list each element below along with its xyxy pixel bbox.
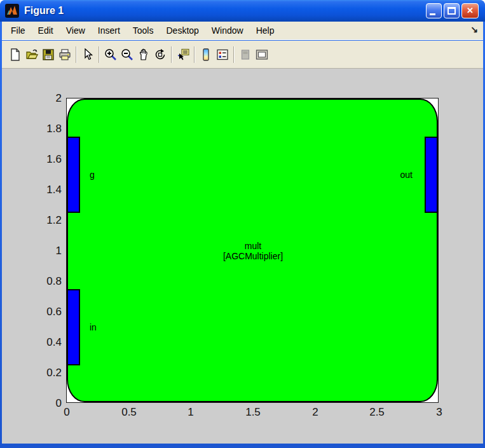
port-out-label: out — [374, 167, 413, 182]
x-tick-label: 0 — [49, 407, 85, 418]
close-button[interactable]: ✕ — [461, 3, 479, 18]
save-button[interactable] — [40, 46, 57, 64]
y-tick-label: 1.4 — [36, 184, 62, 196]
print-icon — [58, 48, 71, 61]
x-tick-label: 3 — [421, 407, 457, 418]
menu-tools[interactable]: Tools — [126, 23, 160, 38]
port-in-label: in — [90, 320, 97, 335]
window-title: Figure 1 — [24, 4, 64, 18]
menu-view[interactable]: View — [60, 23, 92, 38]
menu-desktop[interactable]: Desktop — [160, 23, 205, 38]
minimize-button[interactable] — [426, 3, 442, 18]
y-tick-label: 1.6 — [36, 154, 62, 165]
toolbar-separator — [233, 46, 235, 63]
zoom-out-icon — [121, 48, 133, 61]
menu-edit[interactable]: Edit — [32, 23, 60, 38]
data-cursor-button[interactable] — [175, 46, 191, 64]
menu-window[interactable]: Window — [205, 23, 250, 38]
maximize-icon — [447, 7, 456, 15]
menu-file[interactable]: File — [4, 23, 32, 38]
insert-colorbar-button[interactable] — [198, 46, 214, 64]
save-icon — [42, 48, 55, 61]
close-icon: ✕ — [467, 6, 474, 15]
rotate-3d-icon — [154, 48, 167, 61]
y-tick-label: 0.2 — [36, 367, 62, 379]
y-tick-label: 0.6 — [36, 306, 62, 318]
title-bar[interactable]: Figure 1 ✕ — [0, 0, 485, 22]
toolbar-separator — [99, 46, 100, 63]
y-tick-label: 1.2 — [36, 215, 62, 226]
menu-overflow-arrow-icon[interactable]: ↘ — [470, 24, 478, 34]
open-folder-icon — [25, 48, 38, 61]
y-tick-label: 0.4 — [36, 337, 62, 348]
toolbar — [2, 41, 483, 69]
minimize-icon — [430, 13, 435, 15]
figure-canvas: g in out mult [AGCMultiplier] 2 1.8 1.6 … — [2, 69, 483, 444]
x-tick-label: 1 — [173, 407, 208, 418]
data-cursor-icon — [177, 48, 189, 61]
new-document-icon — [9, 48, 22, 61]
port-out — [425, 137, 438, 213]
y-tick-label: 1 — [36, 245, 62, 257]
zoom-in-button[interactable] — [102, 46, 119, 64]
block-label-line1: mult — [189, 241, 317, 251]
pan-hand-icon — [137, 48, 150, 61]
block-label: mult [AGCMultiplier] — [189, 241, 317, 261]
legend-icon — [216, 48, 229, 61]
matlab-logo-icon — [5, 4, 19, 18]
y-tick-label: 2 — [36, 93, 62, 104]
figure-window: Figure 1 ✕ File Edit View Insert Tools D… — [0, 0, 485, 448]
show-plot-tools-dock-button[interactable] — [254, 46, 270, 64]
hide-plot-tools-icon — [239, 48, 252, 61]
hide-plot-tools-button — [237, 46, 254, 64]
x-tick-label: 2.5 — [359, 407, 395, 418]
x-tick-label: 0.5 — [111, 407, 147, 418]
x-tick-label: 1.5 — [235, 407, 271, 418]
edit-plot-button[interactable] — [79, 46, 96, 64]
toolbar-separator — [76, 46, 77, 63]
maximize-button[interactable] — [444, 3, 460, 18]
toolbar-separator — [171, 46, 172, 63]
menu-bar: File Edit View Insert Tools Desktop Wind… — [2, 22, 483, 40]
x-tick-label: 2 — [297, 407, 333, 418]
pointer-icon — [81, 48, 94, 61]
plot-axes: g in out mult [AGCMultiplier] 2 1.8 1.6 … — [66, 98, 439, 403]
port-g-label: g — [90, 167, 95, 182]
block-label-line2: [AGCMultiplier] — [189, 251, 317, 261]
port-in — [67, 289, 80, 365]
open-file-button[interactable] — [24, 46, 40, 64]
zoom-in-icon — [104, 48, 117, 61]
toolbar-separator — [194, 46, 195, 63]
port-g — [67, 137, 80, 213]
pan-button[interactable] — [135, 46, 152, 64]
new-figure-button[interactable] — [7, 46, 24, 64]
colorbar-icon — [200, 48, 212, 61]
y-tick-label: 0.8 — [36, 276, 62, 287]
show-plot-tools-dock-icon — [256, 48, 268, 61]
menu-insert[interactable]: Insert — [92, 23, 126, 38]
zoom-out-button[interactable] — [119, 46, 135, 64]
insert-legend-button[interactable] — [214, 46, 231, 64]
menu-help[interactable]: Help — [250, 23, 281, 38]
rotate-3d-button[interactable] — [152, 46, 168, 64]
y-tick-label: 1.8 — [36, 123, 62, 135]
print-button[interactable] — [57, 46, 73, 64]
